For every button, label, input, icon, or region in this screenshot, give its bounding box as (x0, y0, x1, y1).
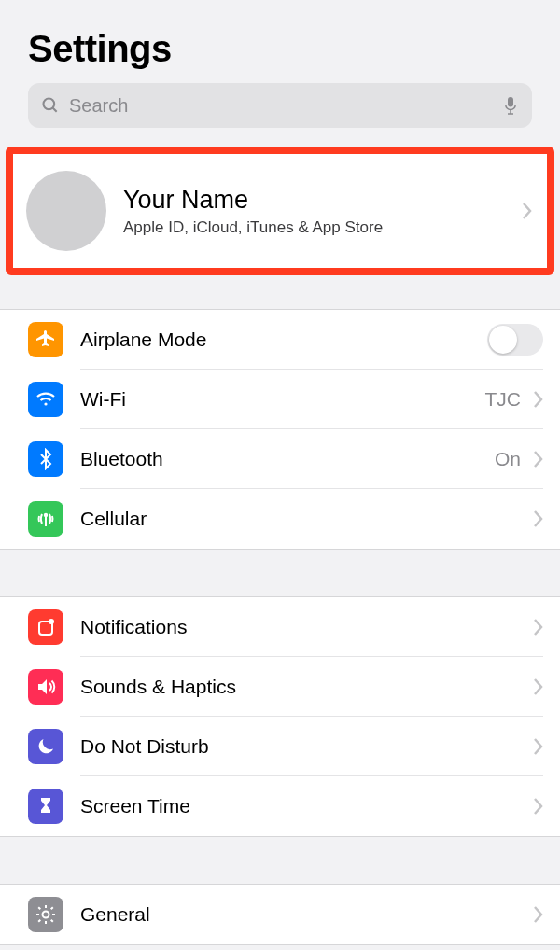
account-row[interactable]: Your Name Apple ID, iCloud, iTunes & App… (13, 154, 547, 268)
svg-point-9 (49, 619, 54, 624)
row-label: Wi-Fi (80, 388, 472, 411)
chevron-right-icon (534, 678, 543, 695)
row-label: Airplane Mode (80, 328, 474, 351)
search-bar[interactable] (28, 83, 532, 128)
row-label: Cellular (80, 508, 521, 530)
row-label: Notifications (80, 616, 521, 638)
row-label: Do Not Disturb (80, 735, 521, 758)
gear-icon (28, 897, 63, 932)
account-highlight: Your Name Apple ID, iCloud, iTunes & App… (6, 147, 554, 275)
svg-point-10 (43, 912, 49, 918)
bluetooth-row[interactable]: Bluetooth On (0, 429, 560, 489)
avatar (26, 171, 106, 251)
svg-point-7 (45, 514, 47, 516)
sounds-icon (28, 669, 63, 705)
airplane-icon (28, 322, 63, 357)
toggle-knob (489, 326, 517, 354)
account-subtitle: Apple ID, iCloud, iTunes & App Store (123, 218, 506, 237)
airplane-mode-row[interactable]: Airplane Mode (0, 310, 560, 370)
chevron-right-icon (534, 798, 543, 815)
chevron-right-icon (534, 738, 543, 755)
search-icon (41, 96, 60, 115)
sounds-row[interactable]: Sounds & Haptics (0, 657, 560, 717)
airplane-toggle[interactable] (487, 324, 543, 356)
chevron-right-icon (534, 619, 543, 636)
mic-icon[interactable] (502, 95, 519, 116)
hourglass-icon (28, 789, 63, 824)
chevron-right-icon (534, 451, 543, 468)
dnd-row[interactable]: Do Not Disturb (0, 717, 560, 776)
chevron-right-icon (534, 391, 543, 408)
row-label: Sounds & Haptics (80, 676, 521, 698)
chevron-right-icon (523, 203, 532, 219)
svg-point-0 (44, 99, 55, 110)
row-value: TJC (485, 388, 522, 411)
row-label: Screen Time (80, 795, 521, 817)
row-label: General (80, 903, 521, 926)
wifi-row[interactable]: Wi-Fi TJC (0, 370, 560, 429)
screentime-row[interactable]: Screen Time (0, 776, 560, 836)
moon-icon (28, 729, 63, 764)
cellular-icon (28, 501, 63, 537)
svg-point-5 (44, 402, 47, 405)
search-input[interactable] (69, 95, 493, 117)
svg-line-1 (53, 108, 57, 112)
notifications-row[interactable]: Notifications (0, 597, 560, 657)
cellular-row[interactable]: Cellular (0, 489, 560, 549)
svg-rect-2 (508, 97, 513, 107)
chevron-right-icon (534, 906, 543, 923)
bluetooth-icon (28, 441, 63, 477)
page-title: Settings (28, 28, 532, 70)
notifications-icon (28, 609, 63, 645)
account-name: Your Name (123, 186, 506, 215)
row-label: Bluetooth (80, 448, 482, 470)
row-value: On (495, 448, 521, 470)
chevron-right-icon (534, 510, 543, 527)
wifi-icon (28, 382, 63, 417)
general-row[interactable]: General (0, 885, 560, 944)
